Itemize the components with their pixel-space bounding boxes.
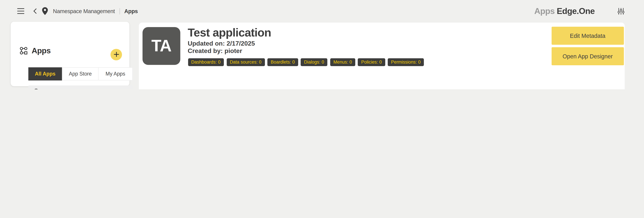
location-pin-icon <box>42 7 48 15</box>
logo-name: Edge.One <box>557 6 595 16</box>
main-content-panel: TA Test application Updated on: 2/17/202… <box>139 22 625 89</box>
tab-all-apps[interactable]: All Apps <box>28 67 62 80</box>
tab-app-store[interactable]: App Store <box>62 67 98 80</box>
app-root: Namespace Management Apps Apps Edge.One … <box>0 0 644 89</box>
open-app-designer-button[interactable]: Open App Designer <box>552 47 624 65</box>
breadcrumb-divider <box>119 8 120 14</box>
apps-workflow-icon <box>20 47 28 54</box>
badge-dialogs: Dialogs: 0 <box>301 58 327 66</box>
edit-metadata-button[interactable]: Edit Metadata <box>552 27 624 45</box>
back-chevron-icon[interactable] <box>33 8 37 14</box>
topbar-left: Namespace Management Apps <box>17 0 138 22</box>
count-badges: Dashboards: 0 Data sources: 0 Boardlets:… <box>188 58 424 66</box>
created-by-text: Created by: pioter <box>188 47 242 54</box>
breadcrumb-current: Apps <box>124 8 138 14</box>
badge-policies: Policies: 0 <box>358 58 385 66</box>
product-logo: Apps Edge.One <box>534 6 595 16</box>
badge-menus: Menus: 0 <box>330 58 355 66</box>
settings-sliders-icon[interactable] <box>618 8 624 14</box>
app-avatar: TA <box>142 27 180 65</box>
tab-my-apps[interactable]: My Apps <box>98 67 132 80</box>
badge-dashboards: Dashboards: 0 <box>188 58 224 66</box>
sidebar-tabs: All Apps App Store My Apps <box>28 67 132 80</box>
search-icon <box>33 88 40 89</box>
hamburger-menu-icon[interactable] <box>17 8 24 14</box>
search-box <box>28 85 132 89</box>
updated-on-text: Updated on: 2/17/2025 <box>188 40 255 47</box>
badge-permissions: Permissions: 0 <box>388 58 424 66</box>
apps-sidebar-panel: Apps All Apps App Store My Apps <box>10 22 129 86</box>
logo-prefix: Apps <box>534 6 555 16</box>
search-input[interactable] <box>44 88 120 89</box>
breadcrumb-section[interactable]: Namespace Management <box>53 8 115 14</box>
badge-boardlets: Boardlets: 0 <box>268 58 298 66</box>
add-app-button[interactable] <box>110 48 122 60</box>
page-title: Test application <box>188 26 271 39</box>
sidebar-title-row: Apps <box>20 46 51 55</box>
topbar: Namespace Management Apps Apps Edge.One <box>0 0 644 22</box>
badge-data-sources: Data sources: 0 <box>226 58 265 66</box>
sidebar-title: Apps <box>32 46 51 55</box>
topbar-right: Apps Edge.One <box>534 0 624 22</box>
